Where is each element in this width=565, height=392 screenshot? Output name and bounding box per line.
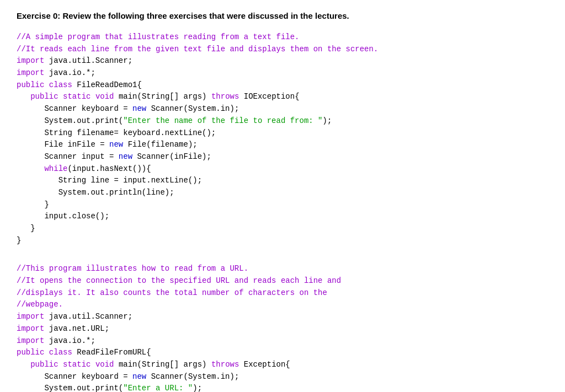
- class-keyword-2: class: [49, 348, 72, 357]
- page-container: Exercise 0: Review the following three e…: [17, 11, 548, 392]
- public-keyword-2: public: [30, 92, 58, 101]
- public-keyword-3: public: [17, 348, 44, 357]
- comment-1-2: //It reads each line from the given text…: [17, 45, 378, 53]
- static-keyword-1: static: [63, 92, 90, 101]
- void-keyword-1: void: [95, 92, 114, 101]
- code-block-2: //This program illustrates how to read f…: [17, 263, 548, 392]
- import-keyword-1: import: [17, 56, 44, 65]
- title-text: Exercise 0: Review the following three e…: [17, 11, 349, 20]
- new-keyword-4: new: [132, 372, 146, 381]
- public-keyword-4: public: [30, 360, 58, 369]
- comment-2-4: //webpage.: [17, 300, 63, 309]
- comment-2-3: //displays it. It also counts the total …: [17, 288, 327, 297]
- class-keyword-1: class: [49, 80, 72, 89]
- throws-keyword-2: throws: [211, 360, 239, 369]
- code-content-2: //This program illustrates how to read f…: [17, 263, 548, 392]
- new-keyword-3: new: [119, 152, 132, 161]
- code-block-1: //A simple program that illustrates read…: [17, 31, 548, 246]
- public-keyword-1: public: [17, 80, 44, 89]
- new-keyword-1: new: [132, 104, 146, 113]
- code-content-1: //A simple program that illustrates read…: [17, 31, 548, 246]
- import-keyword-4: import: [17, 324, 44, 333]
- comment-2-2: //It opens the connection to the specifi…: [17, 276, 341, 285]
- static-keyword-2: static: [63, 360, 90, 369]
- import-keyword-5: import: [17, 336, 44, 345]
- comment-1-1: //A simple program that illustrates read…: [17, 33, 299, 41]
- string-1: "Enter the name of the file to read from…: [123, 116, 322, 125]
- comment-2-1: //This program illustrates how to read f…: [17, 264, 248, 273]
- string-2: "Enter a URL: ": [123, 384, 193, 392]
- new-keyword-2: new: [109, 140, 123, 149]
- while-keyword-1: while: [44, 164, 67, 173]
- throws-keyword-1: throws: [211, 92, 239, 101]
- import-keyword-3: import: [17, 312, 44, 321]
- import-keyword-2: import: [17, 68, 44, 77]
- exercise-title: Exercise 0: Review the following three e…: [17, 11, 548, 20]
- void-keyword-2: void: [95, 360, 114, 369]
